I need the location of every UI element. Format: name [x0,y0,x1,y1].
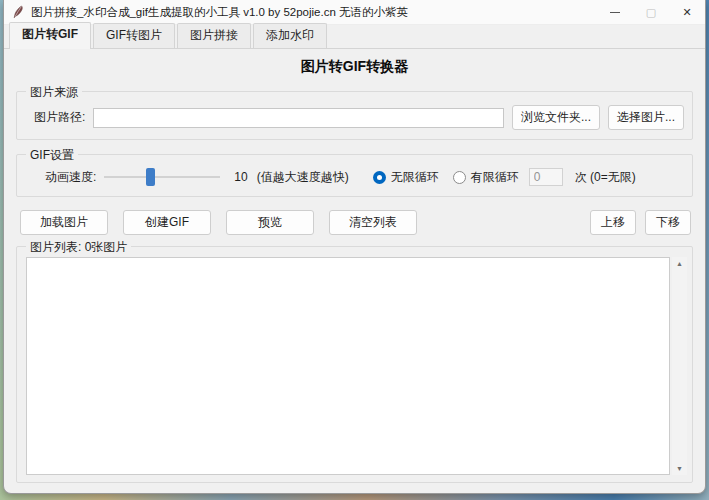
image-path-label: 图片路径: [34,109,85,126]
tab-image-to-gif[interactable]: 图片转GIF [9,22,91,49]
app-window: 图片拼接_水印合成_gif生成提取的小工具 v1.0 by 52pojie.cn… [3,0,706,494]
loop-finite-radio[interactable]: 有限循环 [453,169,519,186]
tab-add-watermark[interactable]: 添加水印 [253,23,327,48]
preview-button[interactable]: 预览 [226,210,314,235]
move-up-button[interactable]: 上移 [590,210,636,235]
image-list-group-title: 图片列表: 0张图片 [26,239,131,256]
tab-image-stitch[interactable]: 图片拼接 [177,23,251,48]
radio-unselected-icon [453,171,466,184]
image-listbox[interactable] [26,257,670,475]
browse-folder-button[interactable]: 浏览文件夹... [512,105,600,130]
feather-app-icon [11,5,25,19]
gif-settings-group: GIF设置 动画速度: 10 (值越大速度越快) 无限循环 [16,154,693,197]
loop-count-input[interactable] [529,168,563,186]
window-controls: ▢ ✕ [597,0,705,24]
tab-gif-to-image[interactable]: GIF转图片 [93,23,175,48]
minimize-icon [610,12,620,13]
image-list-inner: ▲ ▼ [17,247,692,482]
tab-bar: 图片转GIF GIF转图片 图片拼接 添加水印 [4,25,705,49]
image-list-group: 图片列表: 0张图片 ▲ ▼ [16,246,693,483]
animation-speed-label: 动画速度: [45,169,96,186]
animation-speed-hint: (值越大速度越快) [257,169,349,186]
image-source-group-title: 图片来源 [26,84,82,101]
scroll-down-arrow-icon[interactable]: ▼ [676,465,683,472]
right-actions: 上移 下移 [590,210,691,235]
slider-handle[interactable] [146,168,155,186]
move-down-button[interactable]: 下移 [645,210,691,235]
desktop: 图片拼接_水印合成_gif生成提取的小工具 v1.0 by 52pojie.cn… [0,0,709,500]
gif-settings-group-title: GIF设置 [26,147,78,164]
slider-track[interactable] [104,176,220,178]
maximize-button[interactable]: ▢ [633,0,669,24]
load-images-button[interactable]: 加载图片 [20,210,108,235]
image-source-group: 图片来源 图片路径: 浏览文件夹... 选择图片... [16,91,693,140]
select-images-button[interactable]: 选择图片... [608,105,684,130]
image-path-row: 图片路径: 浏览文件夹... 选择图片... [17,92,692,139]
loop-infinite-label: 无限循环 [391,169,439,186]
animation-speed-slider[interactable] [104,168,220,186]
left-actions: 加载图片 创建GIF 预览 清空列表 [20,210,417,235]
scroll-up-arrow-icon[interactable]: ▲ [676,260,683,267]
loop-finite-label: 有限循环 [471,169,519,186]
tab-pane-image-to-gif: 图片转GIF转换器 图片来源 图片路径: 浏览文件夹... 选择图片... GI… [4,49,705,493]
minimize-button[interactable] [597,0,633,24]
animation-speed-value: 10 [234,170,247,184]
gif-settings-row: 动画速度: 10 (值越大速度越快) 无限循环 有限循环 [17,155,692,196]
image-path-input[interactable] [93,108,504,128]
list-scrollbar[interactable]: ▲ ▼ [672,257,687,475]
close-button[interactable]: ✕ [669,0,705,24]
page-title: 图片转GIF转换器 [14,51,695,85]
create-gif-button[interactable]: 创建GIF [123,210,211,235]
radio-selected-icon [373,171,386,184]
actions-row: 加载图片 创建GIF 预览 清空列表 上移 下移 [20,210,691,235]
loop-count-suffix: 次 (0=无限) [575,169,636,186]
loop-infinite-radio[interactable]: 无限循环 [373,169,439,186]
title-bar[interactable]: 图片拼接_水印合成_gif生成提取的小工具 v1.0 by 52pojie.cn… [4,0,705,25]
clear-list-button[interactable]: 清空列表 [329,210,417,235]
window-title: 图片拼接_水印合成_gif生成提取的小工具 v1.0 by 52pojie.cn… [31,5,408,20]
